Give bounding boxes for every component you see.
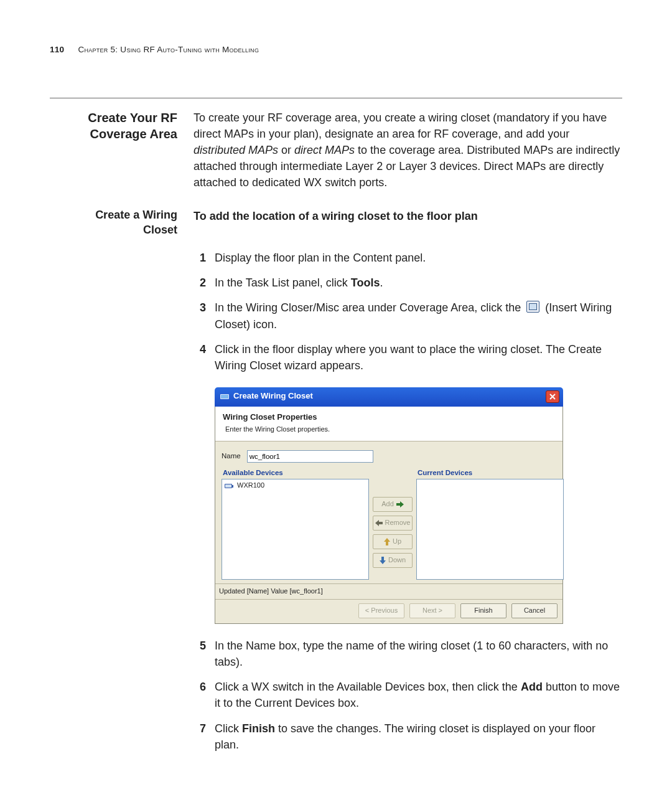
steps-list-bottom: 5 In the Name box, type the name of the … bbox=[194, 638, 622, 753]
subsection-side-title: Create a Wiring Closet bbox=[50, 208, 177, 237]
running-header: 110 Chapter 5: Using RF Auto-Tuning with… bbox=[50, 45, 622, 54]
page-number: 110 bbox=[50, 45, 64, 54]
section-side-title-line1: Create Your RF bbox=[88, 111, 177, 125]
intro-mid: or bbox=[278, 144, 294, 156]
close-button[interactable] bbox=[546, 390, 559, 403]
current-devices-label: Current Devices bbox=[416, 468, 564, 478]
step-bold: Add bbox=[521, 681, 543, 693]
next-button[interactable]: Next > bbox=[409, 603, 455, 618]
down-button[interactable]: Down bbox=[373, 553, 413, 568]
step-number: 4 bbox=[194, 341, 206, 374]
step-post: . bbox=[380, 276, 383, 289]
btn-label: Up bbox=[393, 537, 401, 547]
btn-label: Down bbox=[388, 555, 406, 565]
steps-list-top: 1 Display the floor plan in the Content … bbox=[194, 250, 622, 374]
name-label: Name bbox=[222, 451, 241, 461]
intro-em-direct: direct MAPs bbox=[294, 144, 355, 156]
step-pre: In the Task List panel, click bbox=[215, 276, 351, 289]
step-number: 2 bbox=[194, 275, 206, 291]
name-input[interactable] bbox=[247, 450, 373, 463]
arrow-right-icon bbox=[396, 501, 404, 507]
intro-em-distributed: distributed MAPs bbox=[194, 144, 278, 156]
device-icon bbox=[225, 483, 233, 489]
add-button[interactable]: Add bbox=[373, 497, 413, 512]
previous-button[interactable]: < Previous bbox=[358, 603, 404, 618]
available-devices-label: Available Devices bbox=[222, 468, 369, 478]
step-text: Display the floor plan in the Content pa… bbox=[215, 250, 622, 266]
app-icon bbox=[220, 392, 230, 401]
intro-part1: To create your RF coverage area, you cre… bbox=[194, 111, 607, 140]
dialog-title: Create Wiring Closet bbox=[233, 390, 313, 402]
dialog-titlebar: Create Wiring Closet bbox=[215, 387, 563, 407]
dialog-header-title: Wiring Closet Properties bbox=[223, 412, 555, 423]
step-pre: Click a WX switch in the Available Devic… bbox=[215, 681, 521, 693]
finish-button[interactable]: Finish bbox=[460, 603, 506, 618]
available-devices-list[interactable]: WXR100 bbox=[222, 479, 369, 580]
svg-rect-1 bbox=[221, 395, 228, 399]
list-item[interactable]: WXR100 bbox=[222, 479, 368, 492]
up-button[interactable]: Up bbox=[373, 534, 413, 549]
insert-wiring-closet-icon bbox=[526, 301, 539, 313]
sub-side-line1: Create a Wiring bbox=[95, 209, 177, 221]
cancel-button[interactable]: Cancel bbox=[511, 603, 558, 618]
remove-button[interactable]: Remove bbox=[373, 516, 413, 531]
dialog-header: Wiring Closet Properties Enter the Wirin… bbox=[215, 407, 562, 441]
step-number: 3 bbox=[194, 300, 206, 332]
dialog-header-sub: Enter the Wiring Closet properties. bbox=[223, 425, 555, 435]
subsection-lead: To add the location of a wiring closet t… bbox=[194, 208, 622, 224]
section-side-title: Create Your RF Coverage Area bbox=[50, 110, 177, 142]
list-item-label: WXR100 bbox=[237, 481, 264, 491]
svg-rect-4 bbox=[232, 485, 233, 488]
step-pre: In the Wiring Closer/Misc area under Cov… bbox=[215, 301, 524, 314]
section-rule bbox=[50, 98, 622, 98]
step-text: In the Task List panel, click Tools. bbox=[215, 275, 622, 291]
step-number: 1 bbox=[194, 250, 206, 266]
step-text: In the Name box, type the name of the wi… bbox=[215, 638, 622, 670]
sub-side-line2: Closet bbox=[143, 224, 177, 236]
arrow-left-icon bbox=[375, 520, 383, 526]
arrow-up-icon bbox=[384, 538, 390, 545]
current-devices-list[interactable] bbox=[416, 479, 564, 580]
step-text: In the Wiring Closer/Misc area under Cov… bbox=[215, 300, 622, 332]
step-number: 5 bbox=[194, 638, 206, 670]
arrow-down-icon bbox=[380, 557, 386, 564]
status-bar: Updated [Name] Value [wc_floor1] bbox=[215, 583, 562, 599]
svg-rect-3 bbox=[225, 484, 231, 488]
step-text: Click Finish to save the changes. The wi… bbox=[215, 720, 622, 753]
step-bold: Tools bbox=[351, 276, 380, 289]
section-side-title-line2: Coverage Area bbox=[90, 127, 177, 141]
create-wiring-closet-dialog: Create Wiring Closet Wiring Closet Prope… bbox=[215, 387, 563, 624]
btn-label: Add bbox=[381, 499, 394, 509]
step-pre: Click bbox=[215, 722, 242, 735]
btn-label: Remove bbox=[385, 518, 411, 528]
section-intro: To create your RF coverage area, you cre… bbox=[194, 110, 622, 191]
step-text: Click in the floor display where you wan… bbox=[215, 341, 622, 374]
step-text: Click a WX switch in the Available Devic… bbox=[215, 679, 622, 711]
chapter-title: Chapter 5: Using RF Auto-Tuning with Mod… bbox=[78, 45, 259, 54]
step-bold: Finish bbox=[242, 722, 275, 735]
step-number: 6 bbox=[194, 679, 206, 711]
step-number: 7 bbox=[194, 720, 206, 753]
dialog-footer: < Previous Next > Finish Cancel bbox=[215, 599, 562, 623]
